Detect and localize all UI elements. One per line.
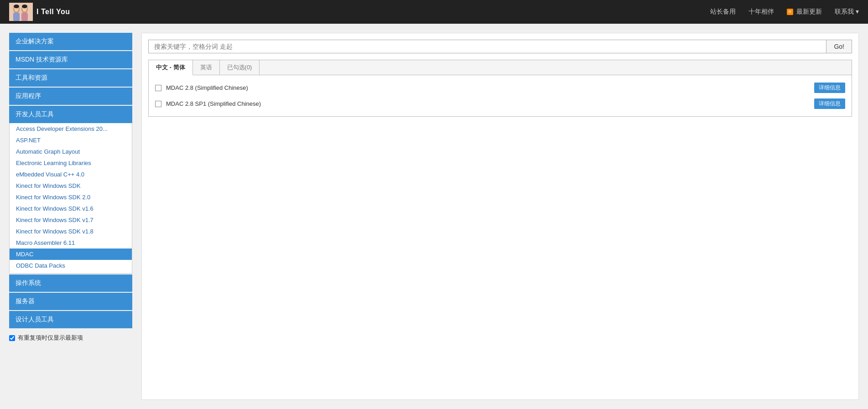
svg-point-7 <box>14 5 19 8</box>
search-button[interactable]: Go! <box>826 40 852 53</box>
sidebar-btn-designer[interactable]: 设计人员工具 <box>9 311 132 328</box>
nav-item-companion[interactable]: 十年相伴 <box>748 8 774 16</box>
item-label: MDAC 2.8 (Simplified Chinese) <box>166 84 810 91</box>
svg-rect-3 <box>13 13 20 21</box>
detail-button[interactable]: 详细信息 <box>814 98 845 109</box>
checkbox-row: 有重复项时仅显示最新项 <box>9 334 132 342</box>
main-container: 企业解决方案 MSDN 技术资源库 工具和资源 应用程序 开发人员工具 Acce… <box>0 24 868 409</box>
dev-tools-item[interactable]: ASP.NET <box>10 135 132 146</box>
svg-rect-0 <box>9 3 33 21</box>
dev-tools-item[interactable]: Automatic Graph Layout <box>10 146 132 157</box>
svg-point-8 <box>22 5 27 8</box>
dev-tools-list: Access Developer Extensions 20...ASP.NET… <box>9 123 132 274</box>
dev-tools-items: Access Developer Extensions 20...ASP.NET… <box>10 123 132 274</box>
sidebar-btn-enterprise[interactable]: 企业解决方案 <box>9 33 132 50</box>
nav-item-contact[interactable]: 联系我 ▾ <box>835 8 859 16</box>
header: I Tell You 站长备用 十年相伴 R 最新更新 联系我 ▾ <box>0 0 868 24</box>
dev-tools-item[interactable]: Electronic Learning Libraries <box>10 157 132 169</box>
search-bar: Go! <box>142 33 858 60</box>
sidebar-btn-server[interactable]: 服务器 <box>9 293 132 310</box>
sidebar-btn-devtools[interactable]: 开发人员工具 <box>9 106 132 123</box>
rss-icon: R <box>787 9 793 15</box>
dev-tools-item[interactable]: Kinect for Windows SDK <box>10 180 132 192</box>
logo-text: I Tell You <box>36 8 70 16</box>
dev-tools-item[interactable]: Kinect for Windows SDK v1.8 <box>10 226 132 237</box>
dev-tools-item[interactable]: Kinect for Windows SDK 2.0 <box>10 192 132 203</box>
tabs-row: 中文 - 简体 英语 已勾选(0) <box>149 60 852 75</box>
search-input[interactable] <box>148 40 826 53</box>
sidebar: 企业解决方案 MSDN 技术资源库 工具和资源 应用程序 开发人员工具 Acce… <box>9 33 132 400</box>
show-latest-checkbox[interactable] <box>9 335 15 341</box>
items-list: MDAC 2.8 (Simplified Chinese)详细信息MDAC 2.… <box>149 75 852 116</box>
item-checkbox[interactable] <box>155 85 161 91</box>
item-row: MDAC 2.8 (Simplified Chinese)详细信息 <box>149 80 852 96</box>
sidebar-btn-msdn[interactable]: MSDN 技术资源库 <box>9 51 132 68</box>
results-container: 中文 - 简体 英语 已勾选(0) MDAC 2.8 (Simplified C… <box>142 60 858 123</box>
nav-item-zhangzhang[interactable]: 站长备用 <box>710 8 736 16</box>
sidebar-btn-apps[interactable]: 应用程序 <box>9 88 132 105</box>
sidebar-btn-tools[interactable]: 工具和资源 <box>9 69 132 87</box>
show-latest-label: 有重复项时仅显示最新项 <box>18 334 83 342</box>
dev-tools-item[interactable]: Kinect for Windows SDK v1.6 <box>10 203 132 214</box>
dev-tools-item[interactable]: Kinect for Windows SDK v1.7 <box>10 214 132 226</box>
tab-english[interactable]: 英语 <box>193 60 220 75</box>
dev-tools-item[interactable]: ODBC Data Packs <box>10 260 132 271</box>
logo-area: I Tell You <box>9 3 70 21</box>
logo-image <box>9 3 33 21</box>
results-border: 中文 - 简体 英语 已勾选(0) MDAC 2.8 (Simplified C… <box>148 60 852 117</box>
dev-tools-item[interactable]: MDAC <box>10 249 132 260</box>
tab-selected[interactable]: 已勾选(0) <box>220 60 260 75</box>
item-label: MDAC 2.8 SP1 (Simplified Chinese) <box>166 100 810 107</box>
dev-tools-item[interactable]: Macro Assembler 6.11 <box>10 237 132 249</box>
dev-tools-item[interactable]: eMbedded Visual C++ 4.0 <box>10 169 132 180</box>
svg-rect-4 <box>21 13 28 21</box>
nav-item-rss[interactable]: R 最新更新 <box>787 8 822 16</box>
item-checkbox[interactable] <box>155 101 161 107</box>
content-area: Go! 中文 - 简体 英语 已勾选(0) MDAC 2.8 (Simplifi… <box>141 33 859 400</box>
sidebar-btn-os[interactable]: 操作系统 <box>9 274 132 292</box>
top-nav: 站长备用 十年相伴 R 最新更新 联系我 ▾ <box>710 8 859 16</box>
item-row: MDAC 2.8 SP1 (Simplified Chinese)详细信息 <box>149 96 852 112</box>
detail-button[interactable]: 详细信息 <box>814 83 845 93</box>
dev-tools-item[interactable]: Access Developer Extensions 20... <box>10 123 132 135</box>
tab-simplified-chinese[interactable]: 中文 - 简体 <box>149 60 193 75</box>
dev-tools-item[interactable]: Power Suite for Windows Embe... <box>10 271 132 274</box>
